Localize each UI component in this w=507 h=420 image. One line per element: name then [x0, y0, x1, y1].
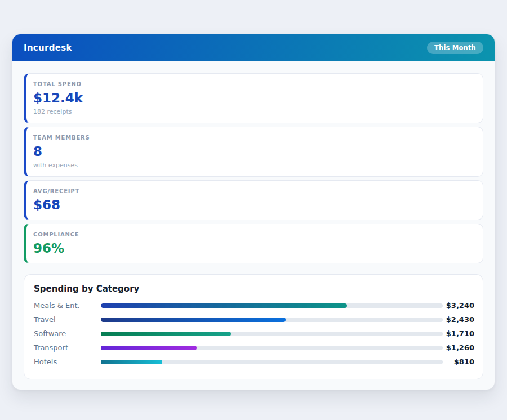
bar-track — [101, 318, 443, 322]
app-title: Incurdesk — [24, 43, 72, 53]
bar-value: $2,430 — [443, 315, 474, 324]
bar-row-travel: Travel $2,430 — [34, 312, 474, 327]
bar-value: $3,240 — [443, 301, 474, 310]
bar-row-software: Software $1,710 — [34, 327, 474, 341]
bar-value: $1,260 — [443, 343, 474, 352]
bar-track — [101, 332, 443, 336]
bar-label: Transport — [34, 343, 101, 352]
bar-value: $810 — [443, 358, 474, 366]
stat-card-team-members: TEAM MEMBERS 8 with expenses — [24, 127, 483, 177]
stat-value: 8 — [33, 144, 474, 159]
spending-by-category-chart: Spending by Category Meals & Ent. $3,240… — [24, 274, 483, 379]
bar-fill — [101, 360, 162, 364]
stat-label: TEAM MEMBERS — [33, 135, 474, 141]
stat-label: AVG/RECEIPT — [33, 188, 474, 195]
stat-subtext: with expenses — [33, 162, 474, 169]
chart-title: Spending by Category — [34, 284, 474, 294]
stat-card-avg-receipt: AVG/RECEIPT $68 — [24, 180, 483, 220]
bar-label: Hotels — [34, 358, 101, 366]
bar-fill — [101, 318, 286, 322]
bar-track — [101, 346, 443, 350]
stat-label: COMPLIANCE — [33, 231, 474, 238]
bar-label: Software — [34, 329, 101, 338]
app-header: Incurdesk This Month — [12, 34, 495, 61]
bar-fill — [101, 303, 347, 308]
stat-value: $68 — [33, 198, 474, 212]
bar-track — [101, 303, 443, 308]
bar-row-hotels: Hotels $810 — [34, 355, 474, 369]
bar-row-transport: Transport $1,260 — [34, 341, 474, 355]
stat-card-total-spend: TOTAL SPEND $12.4k 182 receipts — [24, 73, 483, 123]
bar-label: Travel — [34, 315, 101, 324]
bar-fill — [101, 346, 197, 350]
stat-subtext: 182 receipts — [33, 108, 474, 115]
bar-row-meals: Meals & Ent. $3,240 — [34, 298, 474, 312]
stat-card-compliance: COMPLIANCE 96% — [24, 224, 483, 263]
bar-fill — [101, 332, 231, 336]
bar-label: Meals & Ent. — [34, 301, 101, 310]
period-filter-badge[interactable]: This Month — [427, 42, 483, 54]
stat-value: 96% — [33, 241, 474, 256]
stat-label: TOTAL SPEND — [33, 81, 474, 88]
bar-value: $1,710 — [443, 329, 474, 338]
app-panel: Incurdesk This Month TOTAL SPEND $12.4k … — [12, 34, 495, 390]
bar-track — [101, 360, 443, 364]
panel-body: TOTAL SPEND $12.4k 182 receipts TEAM MEM… — [12, 61, 495, 390]
stat-value: $12.4k — [33, 91, 474, 105]
